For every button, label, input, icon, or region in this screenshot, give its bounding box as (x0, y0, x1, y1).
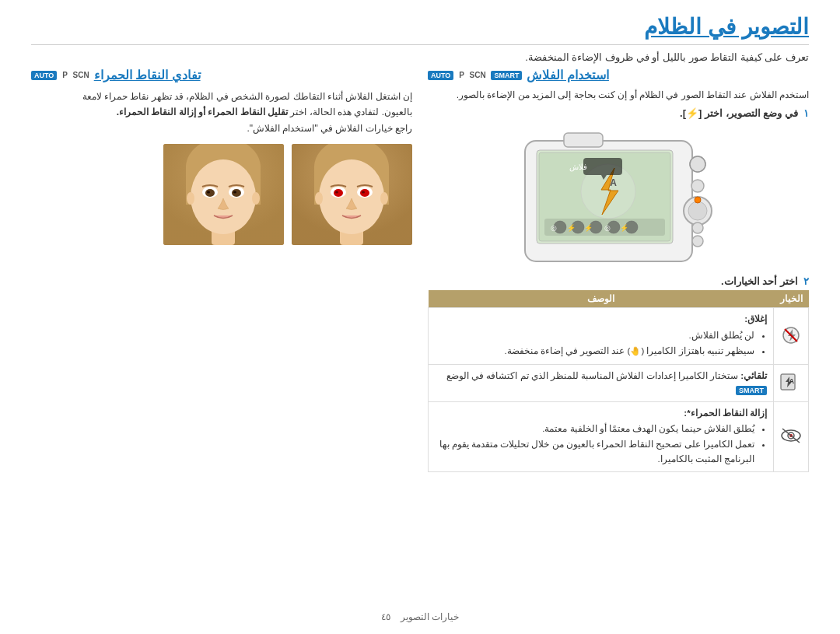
step2-number: ٢ (803, 275, 809, 287)
flash-heading-row: استخدام الفلاش SMART SCN P AUTO (428, 68, 809, 82)
red-eye-photos (31, 144, 412, 245)
col-desc-header: الوصف (429, 290, 774, 308)
red-eye-mode-badges: SCN P AUTO (31, 71, 89, 80)
svg-text:⚡: ⚡ (620, 223, 629, 233)
step2-text: ٢ اختر أحد الخيارات. (428, 275, 809, 287)
svg-text:◎: ◎ (551, 224, 557, 232)
badge-smart: SMART (491, 71, 522, 80)
footer-text: خيارات التصوير (401, 611, 459, 622)
svg-point-23 (232, 189, 241, 197)
svg-point-47 (691, 180, 704, 192)
svg-point-52 (692, 236, 703, 247)
flash-column: استخدام الفلاش SMART SCN P AUTO استخدم ا… (428, 68, 809, 472)
page-container: التصوير في الظلام تعرف على كيفية التقاط … (0, 0, 840, 634)
red-eye-column: تفادي النقاط الحمراء SCN P AUTO إن اشتغل… (31, 68, 412, 472)
list-item: تعمل الكاميرا على تصحيح النقاط الحمراء ب… (435, 437, 754, 466)
table-row: إغلاق: لن يُطلق الفلاش. سيظهر تنبيه باهت… (429, 308, 809, 364)
svg-point-26 (187, 192, 194, 205)
photo-no-red-eye (163, 144, 284, 245)
icon-cell-redeye (774, 401, 809, 472)
badge-p: P (62, 71, 68, 79)
badge-auto2: AUTO (428, 71, 453, 80)
two-column-layout: تفادي النقاط الحمراء SCN P AUTO إن اشتغل… (31, 68, 809, 472)
list-item: يُطلق الفلاش حينما يكون الهدف معتمًا أو … (435, 422, 754, 436)
step1-number: ١ (803, 107, 809, 119)
red-eye-text-line1: إن اشتغل الفلاش أثناء التقاطك لصورة الشخ… (82, 91, 412, 102)
flash-auto-icon: A (780, 373, 802, 391)
list-item: لن يُطلق الفلاش. (435, 328, 754, 342)
svg-rect-54 (583, 158, 622, 175)
svg-text:◎: ◎ (604, 224, 611, 232)
svg-point-10 (335, 191, 338, 194)
col-option-header: الخيار (774, 290, 809, 308)
flash-off-icon (782, 326, 800, 345)
svg-point-49 (688, 201, 707, 220)
svg-text:فلاش: فلاش (569, 163, 587, 172)
svg-text:⚡: ⚡ (584, 223, 593, 233)
svg-point-53 (690, 156, 705, 172)
flash-mode-badges: SMART SCN P AUTO (428, 71, 522, 80)
svg-point-24 (207, 191, 210, 194)
flash-desc-text: استخدم الفلاش عند التقاط الصور في الظلام… (428, 87, 809, 103)
svg-text:A: A (610, 177, 617, 188)
page-title: التصوير في الظلام (31, 14, 809, 40)
svg-text:⚡: ⚡ (567, 223, 576, 233)
row-off-list: لن يُطلق الفلاش. سيظهر تنبيه باهتزاز الك… (435, 328, 767, 359)
red-eye-text-line3: راجع خيارات الفلاش في "استخدام الفلاش". (247, 123, 412, 134)
red-eye-icon (780, 426, 802, 445)
badge-scn: SCN (73, 71, 89, 79)
title-section: التصوير في الظلام (31, 0, 809, 45)
svg-rect-29 (564, 133, 603, 147)
camera-svg: A ◎ ⚡ ⚡ ◎ ⚡ (517, 125, 719, 269)
red-eye-text-bold: تقليل النقاط الحمراء أو إزالة النقاط الح… (117, 107, 288, 117)
camera-diagram: A ◎ ⚡ ⚡ ◎ ⚡ (428, 125, 809, 269)
page-subtitle: تعرف على كيفية التقاط صور بالليل أو في ظ… (31, 51, 809, 63)
row-redeye-list: يُطلق الفلاش حينما يكون الهدف معتمًا أو … (435, 422, 767, 466)
svg-point-25 (233, 191, 236, 194)
svg-point-27 (252, 192, 260, 205)
svg-text:A: A (789, 377, 795, 385)
icon-cell-off (774, 308, 809, 364)
badge-auto: AUTO (31, 71, 57, 80)
row-off-label: إغلاق: (744, 314, 767, 324)
red-eye-text: إن اشتغل الفلاش أثناء التقاطك لصورة الشخ… (31, 89, 412, 136)
svg-point-8 (334, 189, 343, 197)
page-footer: خيارات التصوير ٤٥ (0, 611, 840, 622)
smart-badge-inline: SMART (736, 386, 767, 395)
icon-cell-auto: A (774, 364, 809, 401)
table-header-row: الخيار الوصف (429, 290, 809, 308)
svg-point-22 (205, 189, 215, 197)
row-auto-label: تلقائي: (740, 371, 767, 380)
badge-scn2: SCN (470, 71, 486, 79)
svg-point-13 (380, 192, 388, 205)
red-eye-text-line2: بالعيون. لتفادي هذه الحالة، اختر تقليل ا… (117, 107, 412, 117)
table-row: A تلقائي: ستختار الكاميرا إعدادات الفلاش… (429, 364, 809, 401)
options-table: الخيار الوصف (428, 290, 809, 472)
svg-point-9 (360, 189, 369, 197)
row-redeye-label: إزالة النقاط الحمراء*: (684, 408, 767, 418)
footer-page: ٤٥ (381, 611, 390, 622)
svg-point-12 (315, 192, 323, 205)
badge-p2: P (459, 71, 464, 79)
table-row: إزالة النقاط الحمراء*: يُطلق الفلاش حينم… (429, 401, 809, 472)
step1-text: ١ في وضع التصوير، اختر [⚡]. (428, 107, 809, 119)
desc-cell-auto: تلقائي: ستختار الكاميرا إعدادات الفلاش ا… (429, 364, 774, 401)
desc-cell-redeye: إزالة النقاط الحمراء*: يُطلق الفلاش حينم… (429, 401, 774, 472)
svg-point-51 (692, 222, 703, 233)
red-eye-heading-title: تفادي النقاط الحمراء (94, 68, 201, 82)
photo-red-eye (292, 144, 412, 245)
svg-point-19 (191, 159, 256, 234)
flash-heading-title: استخدام الفلاش (527, 68, 608, 82)
desc-cell-off: إغلاق: لن يُطلق الفلاش. سيظهر تنبيه باهت… (429, 308, 774, 364)
svg-point-5 (319, 159, 384, 234)
list-item: سيظهر تنبيه باهتزاز الكاميرا (🤚) عند الت… (435, 344, 754, 359)
svg-point-11 (362, 191, 365, 194)
svg-point-50 (695, 197, 701, 203)
red-eye-heading-row: تفادي النقاط الحمراء SCN P AUTO (31, 68, 412, 82)
